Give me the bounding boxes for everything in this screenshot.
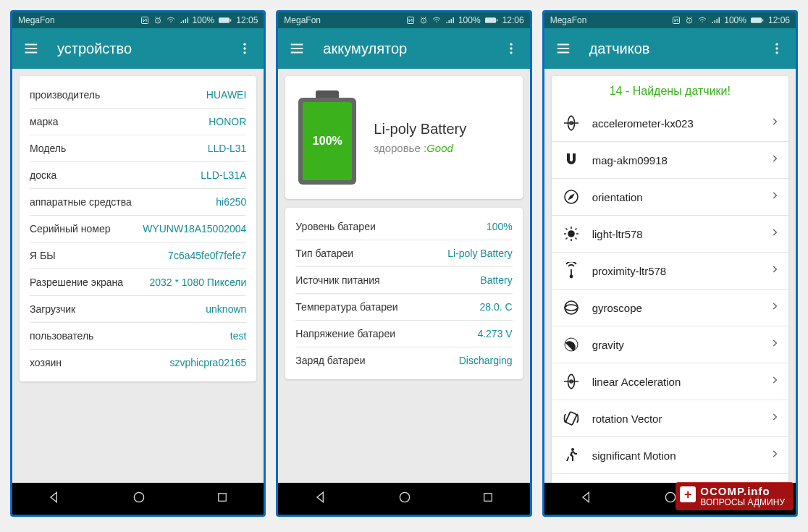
sensor-name-label: orientation bbox=[592, 191, 770, 203]
chevron-right-icon bbox=[770, 301, 780, 314]
info-value: szvphicpra02165 bbox=[169, 357, 246, 368]
info-row: Разрешение экрана2032 * 1080 Пиксели bbox=[30, 269, 246, 296]
phone-battery-info: MegaFon 100% 12:06 аккумулятор 100% Li-p… bbox=[276, 10, 531, 517]
app-bar: устройство bbox=[12, 28, 264, 69]
content-area: производительHUAWEIмаркаHONORМодельLLD-L… bbox=[12, 69, 264, 483]
carrier-label: MegaFon bbox=[18, 15, 55, 25]
clock-label: 12:06 bbox=[768, 15, 790, 25]
battery-pct-status: 100% bbox=[724, 15, 746, 25]
compass-icon bbox=[560, 186, 582, 208]
sensor-row[interactable]: light-ltr578 bbox=[552, 216, 788, 253]
battery-visual-card: 100% Li-poly Battery здоровье :Good bbox=[285, 76, 522, 199]
info-row: Температура батареи28.0. C bbox=[295, 294, 512, 321]
info-value: LLD-L31A bbox=[201, 169, 246, 181]
sensor-name-label: mag-akm09918 bbox=[592, 154, 770, 166]
sensor-row[interactable]: accelerometer-kx023 bbox=[552, 105, 788, 142]
svg-point-4 bbox=[244, 43, 246, 46]
svg-rect-11 bbox=[485, 17, 496, 23]
status-bar: MegaFon 100% 12:06 bbox=[278, 12, 529, 28]
signal-icon bbox=[711, 16, 720, 25]
hamburger-menu-button[interactable] bbox=[284, 35, 310, 62]
sensor-name-label: rotation Vector bbox=[592, 413, 770, 425]
sensor-row[interactable]: gravity bbox=[552, 326, 788, 363]
sensor-row[interactable]: gyroscope bbox=[552, 290, 788, 326]
svg-point-36 bbox=[666, 492, 676, 502]
phone-device-info: MegaFon 100% 12:05 устройство производит… bbox=[10, 10, 266, 517]
chevron-right-icon bbox=[770, 412, 780, 425]
nav-recents-button[interactable] bbox=[201, 486, 243, 511]
info-value: hi6250 bbox=[216, 196, 246, 208]
grav-icon bbox=[560, 334, 582, 355]
battery-details-card: Уровень батареи100%Тип батареиLi-poly Ba… bbox=[285, 208, 522, 379]
info-value: 7c6a45fe0f7fefe7 bbox=[168, 250, 246, 261]
chevron-right-icon bbox=[770, 190, 780, 203]
sensor-row[interactable]: rotation Vector bbox=[552, 400, 788, 437]
svg-point-6 bbox=[244, 51, 246, 54]
overflow-menu-button[interactable] bbox=[232, 35, 258, 62]
info-row: Заряд батареиDischarging bbox=[295, 347, 512, 373]
info-row: маркаHONOR bbox=[30, 109, 246, 135]
info-row: Напряжение батареи4.273 V bbox=[295, 321, 512, 347]
svg-point-24 bbox=[775, 51, 778, 54]
nav-home-button[interactable] bbox=[383, 486, 426, 512]
signal-icon bbox=[445, 16, 454, 25]
info-value: unknown bbox=[206, 303, 246, 315]
hamburger-menu-button[interactable] bbox=[550, 35, 576, 62]
info-label: пользователь bbox=[30, 330, 93, 342]
svg-rect-8 bbox=[219, 494, 227, 502]
info-row: Тип батареиLi-poly Battery bbox=[295, 240, 512, 267]
svg-point-34 bbox=[571, 448, 574, 451]
sensor-row[interactable]: significant Motion bbox=[552, 437, 788, 474]
info-label: Разрешение экрана bbox=[30, 276, 123, 288]
sensor-row[interactable]: mag-akm09918 bbox=[552, 142, 788, 179]
prox-icon bbox=[560, 260, 582, 282]
info-label: Уровень батареи bbox=[295, 221, 375, 232]
nav-back-button[interactable] bbox=[565, 486, 608, 512]
info-value: 2032 * 1080 Пиксели bbox=[149, 276, 246, 288]
svg-rect-12 bbox=[496, 20, 497, 22]
accel-icon bbox=[560, 112, 582, 134]
svg-point-29 bbox=[565, 301, 578, 314]
battery-health-line: здоровье :Good bbox=[374, 142, 466, 154]
info-row: Серийный номерWYUNW18A15002004 bbox=[30, 216, 246, 242]
linear-icon bbox=[560, 371, 582, 392]
watermark: + OCOMP.info ВОПРОСЫ АДМИНУ bbox=[676, 482, 794, 510]
info-row: МодельLLD-L31 bbox=[30, 135, 246, 162]
nav-home-button[interactable] bbox=[117, 486, 161, 512]
svg-point-23 bbox=[775, 47, 778, 49]
android-nav-bar bbox=[12, 483, 264, 515]
nav-recents-button[interactable] bbox=[467, 486, 509, 511]
overflow-menu-button[interactable] bbox=[764, 35, 790, 62]
sensor-row[interactable]: proximity-ltr578 bbox=[552, 253, 788, 290]
chevron-right-icon bbox=[770, 375, 780, 388]
info-label: хозяин bbox=[30, 357, 62, 368]
sensor-row[interactable]: orientation bbox=[552, 179, 788, 216]
clock-label: 12:06 bbox=[502, 15, 524, 25]
info-value: 4.273 V bbox=[477, 328, 512, 339]
info-value: test bbox=[230, 330, 247, 342]
sensor-name-label: accelerometer-kx023 bbox=[592, 117, 770, 130]
info-row: Уровень батареи100% bbox=[295, 214, 512, 240]
battery-graphic: 100% bbox=[298, 90, 356, 185]
signal-icon bbox=[180, 16, 188, 25]
motion-icon bbox=[560, 444, 582, 466]
chevron-right-icon bbox=[770, 264, 780, 277]
nav-back-button[interactable] bbox=[33, 486, 76, 512]
clock-label: 12:05 bbox=[236, 15, 258, 25]
chevron-right-icon bbox=[770, 338, 780, 351]
sensor-row[interactable]: linear Acceleration bbox=[552, 363, 788, 400]
overflow-menu-button[interactable] bbox=[498, 35, 524, 62]
info-label: Температура батареи bbox=[295, 301, 397, 313]
info-row: хозяинszvphicpra02165 bbox=[30, 350, 246, 376]
battery-icon bbox=[219, 17, 232, 24]
svg-point-7 bbox=[134, 492, 143, 502]
nav-back-button[interactable] bbox=[299, 486, 342, 512]
phone-sensors: MegaFon 100% 12:06 датчиков 14 - Найдены… bbox=[542, 10, 798, 517]
chevron-right-icon bbox=[770, 153, 780, 166]
info-value: Discharging bbox=[459, 355, 513, 366]
app-bar: аккумулятор bbox=[278, 28, 529, 69]
battery-type-heading: Li-poly Battery bbox=[374, 121, 466, 138]
battery-fill-label: 100% bbox=[303, 102, 352, 180]
hamburger-menu-button[interactable] bbox=[18, 35, 44, 62]
info-label: марка bbox=[30, 116, 58, 127]
